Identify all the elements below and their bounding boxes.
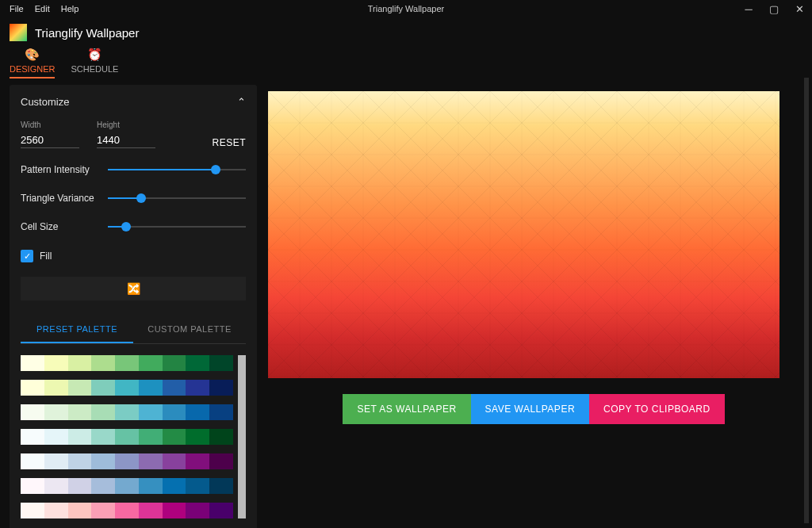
palette-row[interactable] (21, 404, 233, 420)
sidebar: Customize ⌃ Width Height RESET Pattern I… (10, 85, 257, 528)
tab-label: DESIGNER (10, 64, 55, 74)
tab-designer[interactable]: 🎨 DESIGNER (10, 48, 55, 78)
fill-checkbox[interactable]: ✓ (21, 250, 33, 262)
copy-clipboard-button[interactable]: COPY TO CLIPBOARD (589, 394, 725, 424)
palette-list (21, 355, 233, 518)
palette-row[interactable] (21, 355, 233, 371)
close-button[interactable]: ✕ (787, 0, 812, 17)
tab-label: SCHEDULE (71, 64, 118, 74)
app-header: Trianglify Wallpaper (0, 17, 812, 48)
fill-label: Fill (40, 251, 52, 262)
height-input[interactable] (97, 132, 155, 148)
minimize-button[interactable]: ─ (736, 0, 761, 17)
palette-row[interactable] (21, 429, 233, 445)
palette-row[interactable] (21, 453, 233, 469)
menu-help[interactable]: Help (56, 2, 84, 15)
height-label: Height (97, 121, 155, 129)
app-icon (10, 24, 27, 41)
clock-icon: ⏰ (87, 48, 102, 62)
width-input[interactable] (21, 132, 79, 148)
customize-header[interactable]: Customize ⌃ (21, 96, 246, 108)
titlebar: File Edit Help Trianglify Wallpaper ─ ▢ … (0, 0, 812, 17)
section-title: Customize (21, 96, 69, 108)
window-controls: ─ ▢ ✕ (736, 0, 812, 17)
tab-preset-palette[interactable]: PRESET PALETTE (21, 316, 133, 343)
palette-row[interactable] (21, 478, 233, 494)
app-title: Trianglify Wallpaper (35, 26, 139, 40)
maximize-button[interactable]: ▢ (761, 0, 787, 17)
set-wallpaper-button[interactable]: SET AS WALLPAPER (343, 394, 470, 424)
shuffle-icon: 🔀 (127, 282, 140, 295)
save-wallpaper-button[interactable]: SAVE WALLPAPER (471, 394, 589, 424)
pattern-intensity-slider[interactable] (108, 169, 246, 170)
reset-button[interactable]: RESET (212, 137, 246, 148)
menu-edit[interactable]: Edit (30, 2, 55, 15)
menu-file[interactable]: File (5, 2, 29, 15)
palette-row[interactable] (21, 380, 233, 396)
palette-icon: 🎨 (25, 48, 40, 62)
main-scrollbar[interactable] (804, 78, 809, 523)
palette-scrollbar[interactable] (238, 355, 246, 518)
main-tabs: 🎨 DESIGNER ⏰ SCHEDULE (0, 48, 812, 85)
wallpaper-preview (268, 91, 779, 378)
shuffle-button[interactable]: 🔀 (21, 277, 246, 300)
width-label: Width (21, 121, 79, 129)
triangle-variance-slider[interactable] (108, 197, 246, 199)
menubar: File Edit Help (0, 2, 83, 15)
cell-size-slider[interactable] (108, 226, 246, 228)
tab-custom-palette[interactable]: CUSTOM PALETTE (133, 316, 246, 343)
content-area: SET AS WALLPAPER SAVE WALLPAPER COPY TO … (268, 85, 812, 528)
pattern-intensity-label: Pattern Intensity (21, 164, 98, 175)
tab-schedule[interactable]: ⏰ SCHEDULE (71, 48, 118, 78)
chevron-up-icon: ⌃ (237, 96, 246, 108)
triangle-variance-label: Triangle Variance (21, 193, 98, 204)
palette-row[interactable] (21, 503, 233, 518)
cell-size-label: Cell Size (21, 221, 98, 232)
window-title: Trianglify Wallpaper (368, 4, 444, 13)
